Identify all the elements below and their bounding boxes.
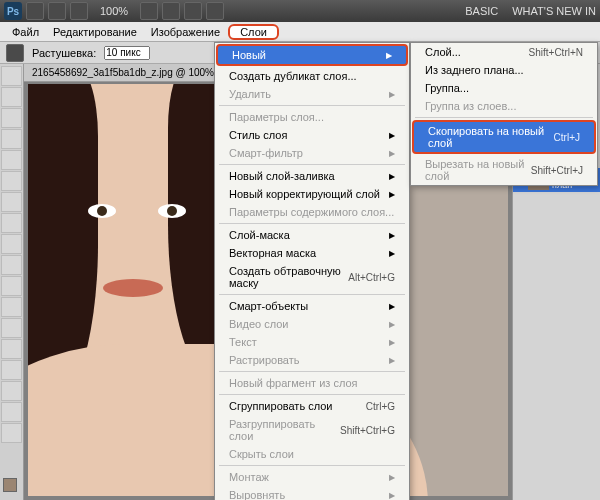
menu-edit[interactable]: Редактирование	[47, 24, 143, 40]
tool-shape[interactable]	[1, 423, 22, 443]
tool-stamp[interactable]	[1, 234, 22, 254]
tool-icon[interactable]	[140, 2, 158, 20]
tools-panel	[0, 64, 24, 500]
tool-blur[interactable]	[1, 318, 22, 338]
menu-group[interactable]: Сгруппировать слоиCtrl+G	[215, 397, 409, 415]
color-swatch[interactable]	[3, 478, 17, 492]
tool-heal[interactable]	[1, 192, 22, 212]
menu-smart-objects[interactable]: Смарт-объекты▶	[215, 297, 409, 315]
layer-menu-dropdown: Новый▶ Создать дубликат слоя... Удалить▶…	[214, 42, 410, 500]
tool-wand[interactable]	[1, 129, 22, 149]
menu-arrange[interactable]: Монтаж▶	[215, 468, 409, 486]
tool-marquee[interactable]	[1, 87, 22, 107]
menu-duplicate[interactable]: Создать дубликат слоя...	[215, 67, 409, 85]
tool-eyedrop[interactable]	[1, 171, 22, 191]
menu-smart-filter[interactable]: Смарт-фильтр▶	[215, 144, 409, 162]
menu-align[interactable]: Выровнять▶	[215, 486, 409, 500]
menu-vector-mask[interactable]: Векторная маска▶	[215, 244, 409, 262]
tool-text[interactable]	[1, 381, 22, 401]
tool-eraser[interactable]	[1, 276, 22, 296]
tool-dodge[interactable]	[1, 339, 22, 359]
submenu-cut-layer[interactable]: Вырезать на новый слойShift+Ctrl+J	[411, 155, 597, 185]
menu-content-opts[interactable]: Параметры содержимого слоя...	[215, 203, 409, 221]
feather-input[interactable]	[104, 46, 150, 60]
tool-pen[interactable]	[1, 360, 22, 380]
menu-delete[interactable]: Удалить▶	[215, 85, 409, 103]
menu-rasterize[interactable]: Растрировать▶	[215, 351, 409, 369]
submenu-copy-layer[interactable]: Скопировать на новый слойCtrl+J	[412, 120, 596, 154]
menu-image[interactable]: Изображение	[145, 24, 226, 40]
menu-fill-layer[interactable]: Новый слой-заливка▶	[215, 167, 409, 185]
tool-gradient[interactable]	[1, 297, 22, 317]
menu-file[interactable]: Файл	[6, 24, 45, 40]
submenu-layer[interactable]: Слой...Shift+Ctrl+N	[411, 43, 597, 61]
tool-brush[interactable]	[1, 213, 22, 233]
tool-path[interactable]	[1, 402, 22, 422]
tool-icon[interactable]	[48, 2, 66, 20]
menu-layer-style[interactable]: Стиль слоя▶	[215, 126, 409, 144]
submenu-from-bg[interactable]: Из заднего плана...	[411, 61, 597, 79]
ps-logo: Ps	[4, 2, 22, 20]
current-tool-icon[interactable]	[6, 44, 24, 62]
tool-icon[interactable]	[162, 2, 180, 20]
submenu-group[interactable]: Группа...	[411, 79, 597, 97]
zoom-value[interactable]: 100%	[100, 5, 128, 17]
menu-layer[interactable]: Слои	[228, 24, 279, 40]
submenu-group-from[interactable]: Группа из слоев...	[411, 97, 597, 115]
menu-clipping-mask[interactable]: Создать обтравочную маскуAlt+Ctrl+G	[215, 262, 409, 292]
tool-icon[interactable]	[70, 2, 88, 20]
menu-hide[interactable]: Скрыть слои	[215, 445, 409, 463]
menu-new[interactable]: Новый▶	[216, 44, 408, 66]
new-submenu: Слой...Shift+Ctrl+N Из заднего плана... …	[410, 42, 598, 186]
tool-move[interactable]	[1, 66, 22, 86]
menu-layer-mask[interactable]: Слой-маска▶	[215, 226, 409, 244]
tab-whatsnew[interactable]: WHAT'S NEW IN	[512, 5, 596, 17]
tool-icon[interactable]	[26, 2, 44, 20]
tool-history[interactable]	[1, 255, 22, 275]
menu-adj-layer[interactable]: Новый корректирующий слой▶	[215, 185, 409, 203]
menu-ungroup[interactable]: Разгруппировать слоиShift+Ctrl+G	[215, 415, 409, 445]
chevron-right-icon: ▶	[386, 51, 392, 60]
tab-basic[interactable]: BASIC	[465, 5, 498, 17]
menu-new-slice[interactable]: Новый фрагмент из слоя	[215, 374, 409, 392]
tool-lasso[interactable]	[1, 108, 22, 128]
menu-video-layers[interactable]: Видео слои▶	[215, 315, 409, 333]
menu-layer-props[interactable]: Параметры слоя...	[215, 108, 409, 126]
tool-crop[interactable]	[1, 150, 22, 170]
feather-label: Растушевка:	[32, 47, 96, 59]
menu-text[interactable]: Текст▶	[215, 333, 409, 351]
tool-icon[interactable]	[206, 2, 224, 20]
tool-icon[interactable]	[184, 2, 202, 20]
